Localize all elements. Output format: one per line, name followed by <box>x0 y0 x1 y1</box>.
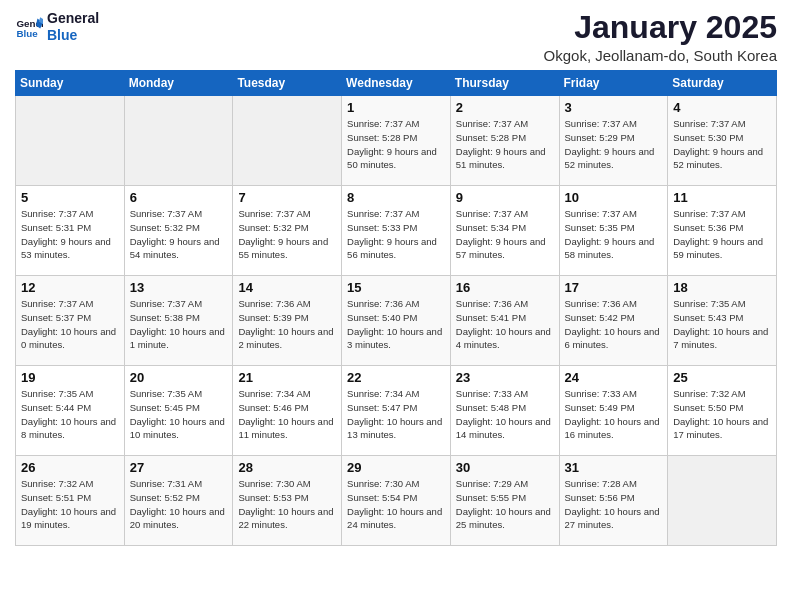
calendar-cell: 20Sunrise: 7:35 AMSunset: 5:45 PMDayligh… <box>124 366 233 456</box>
calendar-cell: 30Sunrise: 7:29 AMSunset: 5:55 PMDayligh… <box>450 456 559 546</box>
calendar-cell: 24Sunrise: 7:33 AMSunset: 5:49 PMDayligh… <box>559 366 668 456</box>
day-number: 26 <box>21 460 119 475</box>
day-number: 3 <box>565 100 663 115</box>
day-info: Sunrise: 7:37 AMSunset: 5:28 PMDaylight:… <box>347 117 445 172</box>
day-info: Sunrise: 7:37 AMSunset: 5:37 PMDaylight:… <box>21 297 119 352</box>
day-number: 19 <box>21 370 119 385</box>
day-number: 11 <box>673 190 771 205</box>
calendar-cell: 5Sunrise: 7:37 AMSunset: 5:31 PMDaylight… <box>16 186 125 276</box>
day-number: 25 <box>673 370 771 385</box>
day-number: 8 <box>347 190 445 205</box>
calendar-week-row: 12Sunrise: 7:37 AMSunset: 5:37 PMDayligh… <box>16 276 777 366</box>
calendar-week-row: 5Sunrise: 7:37 AMSunset: 5:31 PMDaylight… <box>16 186 777 276</box>
day-number: 18 <box>673 280 771 295</box>
calendar-cell: 11Sunrise: 7:37 AMSunset: 5:36 PMDayligh… <box>668 186 777 276</box>
calendar-cell: 27Sunrise: 7:31 AMSunset: 5:52 PMDayligh… <box>124 456 233 546</box>
month-title: January 2025 <box>544 10 777 45</box>
day-info: Sunrise: 7:37 AMSunset: 5:30 PMDaylight:… <box>673 117 771 172</box>
svg-text:Blue: Blue <box>16 28 38 39</box>
day-info: Sunrise: 7:30 AMSunset: 5:53 PMDaylight:… <box>238 477 336 532</box>
calendar-cell: 28Sunrise: 7:30 AMSunset: 5:53 PMDayligh… <box>233 456 342 546</box>
day-info: Sunrise: 7:32 AMSunset: 5:50 PMDaylight:… <box>673 387 771 442</box>
day-info: Sunrise: 7:34 AMSunset: 5:46 PMDaylight:… <box>238 387 336 442</box>
calendar-cell: 26Sunrise: 7:32 AMSunset: 5:51 PMDayligh… <box>16 456 125 546</box>
day-info: Sunrise: 7:37 AMSunset: 5:36 PMDaylight:… <box>673 207 771 262</box>
weekday-header: Friday <box>559 71 668 96</box>
day-info: Sunrise: 7:29 AMSunset: 5:55 PMDaylight:… <box>456 477 554 532</box>
day-info: Sunrise: 7:36 AMSunset: 5:39 PMDaylight:… <box>238 297 336 352</box>
calendar-week-row: 19Sunrise: 7:35 AMSunset: 5:44 PMDayligh… <box>16 366 777 456</box>
logo: General Blue General Blue <box>15 10 99 44</box>
logo-general: General <box>47 10 99 27</box>
day-number: 29 <box>347 460 445 475</box>
calendar-cell <box>124 96 233 186</box>
day-info: Sunrise: 7:37 AMSunset: 5:29 PMDaylight:… <box>565 117 663 172</box>
day-info: Sunrise: 7:37 AMSunset: 5:32 PMDaylight:… <box>238 207 336 262</box>
calendar-week-row: 1Sunrise: 7:37 AMSunset: 5:28 PMDaylight… <box>16 96 777 186</box>
calendar-cell: 14Sunrise: 7:36 AMSunset: 5:39 PMDayligh… <box>233 276 342 366</box>
day-info: Sunrise: 7:30 AMSunset: 5:54 PMDaylight:… <box>347 477 445 532</box>
day-number: 23 <box>456 370 554 385</box>
day-number: 22 <box>347 370 445 385</box>
day-number: 10 <box>565 190 663 205</box>
weekday-header: Wednesday <box>342 71 451 96</box>
location-subtitle: Okgok, Jeollanam-do, South Korea <box>544 47 777 64</box>
day-number: 9 <box>456 190 554 205</box>
calendar-cell: 21Sunrise: 7:34 AMSunset: 5:46 PMDayligh… <box>233 366 342 456</box>
calendar-cell: 8Sunrise: 7:37 AMSunset: 5:33 PMDaylight… <box>342 186 451 276</box>
calendar-cell: 10Sunrise: 7:37 AMSunset: 5:35 PMDayligh… <box>559 186 668 276</box>
calendar-cell: 19Sunrise: 7:35 AMSunset: 5:44 PMDayligh… <box>16 366 125 456</box>
weekday-header: Monday <box>124 71 233 96</box>
day-info: Sunrise: 7:32 AMSunset: 5:51 PMDaylight:… <box>21 477 119 532</box>
day-number: 5 <box>21 190 119 205</box>
day-number: 24 <box>565 370 663 385</box>
day-info: Sunrise: 7:36 AMSunset: 5:42 PMDaylight:… <box>565 297 663 352</box>
day-info: Sunrise: 7:37 AMSunset: 5:33 PMDaylight:… <box>347 207 445 262</box>
day-number: 30 <box>456 460 554 475</box>
day-info: Sunrise: 7:33 AMSunset: 5:49 PMDaylight:… <box>565 387 663 442</box>
day-number: 1 <box>347 100 445 115</box>
day-number: 16 <box>456 280 554 295</box>
day-info: Sunrise: 7:35 AMSunset: 5:44 PMDaylight:… <box>21 387 119 442</box>
calendar-cell: 16Sunrise: 7:36 AMSunset: 5:41 PMDayligh… <box>450 276 559 366</box>
day-number: 12 <box>21 280 119 295</box>
day-number: 2 <box>456 100 554 115</box>
day-number: 21 <box>238 370 336 385</box>
calendar-page: General Blue General Blue January 2025 O… <box>0 0 792 612</box>
calendar-cell: 13Sunrise: 7:37 AMSunset: 5:38 PMDayligh… <box>124 276 233 366</box>
day-number: 17 <box>565 280 663 295</box>
logo-blue: Blue <box>47 27 99 44</box>
calendar-table: SundayMondayTuesdayWednesdayThursdayFrid… <box>15 70 777 546</box>
calendar-cell: 6Sunrise: 7:37 AMSunset: 5:32 PMDaylight… <box>124 186 233 276</box>
weekday-header: Sunday <box>16 71 125 96</box>
day-info: Sunrise: 7:34 AMSunset: 5:47 PMDaylight:… <box>347 387 445 442</box>
calendar-cell: 18Sunrise: 7:35 AMSunset: 5:43 PMDayligh… <box>668 276 777 366</box>
calendar-cell: 12Sunrise: 7:37 AMSunset: 5:37 PMDayligh… <box>16 276 125 366</box>
day-number: 31 <box>565 460 663 475</box>
calendar-cell: 23Sunrise: 7:33 AMSunset: 5:48 PMDayligh… <box>450 366 559 456</box>
weekday-header: Saturday <box>668 71 777 96</box>
day-info: Sunrise: 7:37 AMSunset: 5:35 PMDaylight:… <box>565 207 663 262</box>
day-info: Sunrise: 7:36 AMSunset: 5:41 PMDaylight:… <box>456 297 554 352</box>
calendar-cell: 3Sunrise: 7:37 AMSunset: 5:29 PMDaylight… <box>559 96 668 186</box>
day-number: 28 <box>238 460 336 475</box>
calendar-cell: 17Sunrise: 7:36 AMSunset: 5:42 PMDayligh… <box>559 276 668 366</box>
calendar-cell: 25Sunrise: 7:32 AMSunset: 5:50 PMDayligh… <box>668 366 777 456</box>
day-info: Sunrise: 7:31 AMSunset: 5:52 PMDaylight:… <box>130 477 228 532</box>
day-number: 14 <box>238 280 336 295</box>
calendar-cell <box>16 96 125 186</box>
calendar-cell <box>233 96 342 186</box>
calendar-cell: 4Sunrise: 7:37 AMSunset: 5:30 PMDaylight… <box>668 96 777 186</box>
day-info: Sunrise: 7:35 AMSunset: 5:45 PMDaylight:… <box>130 387 228 442</box>
calendar-cell <box>668 456 777 546</box>
calendar-cell: 22Sunrise: 7:34 AMSunset: 5:47 PMDayligh… <box>342 366 451 456</box>
day-info: Sunrise: 7:37 AMSunset: 5:28 PMDaylight:… <box>456 117 554 172</box>
weekday-header: Tuesday <box>233 71 342 96</box>
calendar-cell: 9Sunrise: 7:37 AMSunset: 5:34 PMDaylight… <box>450 186 559 276</box>
day-number: 15 <box>347 280 445 295</box>
day-info: Sunrise: 7:35 AMSunset: 5:43 PMDaylight:… <box>673 297 771 352</box>
calendar-cell: 2Sunrise: 7:37 AMSunset: 5:28 PMDaylight… <box>450 96 559 186</box>
calendar-cell: 7Sunrise: 7:37 AMSunset: 5:32 PMDaylight… <box>233 186 342 276</box>
day-info: Sunrise: 7:36 AMSunset: 5:40 PMDaylight:… <box>347 297 445 352</box>
calendar-week-row: 26Sunrise: 7:32 AMSunset: 5:51 PMDayligh… <box>16 456 777 546</box>
